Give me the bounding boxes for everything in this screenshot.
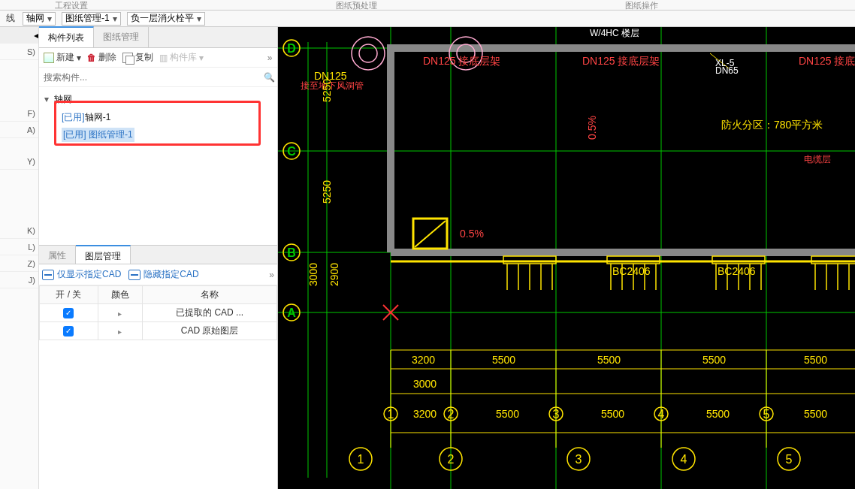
tab-properties[interactable]: 属性 bbox=[39, 246, 76, 264]
selector-toolbar: 线 轴网 ▾ 图纸管理-1 ▾ 负一层消火栓平 ▾ bbox=[0, 11, 855, 27]
hide-cad-button[interactable]: 隐藏指定CAD bbox=[128, 268, 198, 281]
show-cad-label: 仅显示指定CAD bbox=[57, 268, 121, 281]
bc-label: BC2406 bbox=[612, 265, 651, 277]
new-icon bbox=[44, 53, 54, 63]
tab-drawing-mgmt[interactable]: 图纸管理 bbox=[94, 27, 149, 47]
search-icon[interactable]: 🔍 bbox=[261, 72, 277, 83]
cad-canvas[interactable]: W/4HC 楼层 DN125 接至地下风洞管 DN125 接底层架 DN125 … bbox=[278, 27, 855, 489]
checkbox-on[interactable]: ✓ bbox=[63, 308, 74, 318]
library-label: 构件库 bbox=[170, 51, 197, 64]
dim-v: 5250 bbox=[321, 79, 333, 102]
tree-node-drawing[interactable]: [已用] 图纸管理-1 bbox=[39, 127, 277, 142]
cad-text: DN125 接底层架 bbox=[799, 55, 855, 67]
grid-bubble: 4 bbox=[681, 453, 687, 466]
dim-v: 5250 bbox=[321, 180, 333, 204]
grid-bubble: 3 bbox=[553, 408, 560, 421]
tree-root[interactable]: 轴网 bbox=[54, 93, 72, 106]
col-name[interactable]: 名称 bbox=[143, 286, 277, 304]
shortcut[interactable]: Z) bbox=[0, 255, 38, 272]
component-tree[interactable]: ▾ 轴网 [已用] 轴网-1 [已用] 图纸管理-1 bbox=[39, 87, 277, 245]
ribbon-group: 图纸预处理 bbox=[285, 0, 428, 10]
layer-name: 已提取的 CAD ... bbox=[143, 304, 277, 322]
tree-label: 图纸管理-1 bbox=[89, 129, 133, 140]
expand-icon[interactable]: » bbox=[269, 270, 274, 280]
ribbon-group bbox=[143, 0, 286, 10]
grid-bubble: 4 bbox=[658, 408, 665, 421]
layer-name: CAD 原始图层 bbox=[143, 322, 277, 340]
layer-dropdown[interactable]: 负一层消火栓平 ▾ bbox=[127, 12, 205, 26]
new-label: 新建 bbox=[56, 51, 74, 64]
dim-h: 5500 bbox=[597, 354, 621, 366]
delete-button[interactable]: 🗑 删除 bbox=[87, 51, 116, 64]
library-button[interactable]: ▥ 构件库 ▾ bbox=[159, 51, 204, 64]
dim-h: 5500 bbox=[601, 408, 624, 420]
col-color[interactable]: 颜色 bbox=[98, 286, 143, 304]
copy-icon bbox=[122, 53, 133, 63]
category-dropdown[interactable]: 轴网 ▾ bbox=[23, 12, 56, 26]
tab-layer-mgmt[interactable]: 图层管理 bbox=[76, 245, 131, 264]
dim-h: 5500 bbox=[804, 408, 827, 420]
search-input[interactable] bbox=[39, 69, 261, 86]
chevron-down-icon: ▾ bbox=[197, 14, 201, 24]
col-toggle[interactable]: 开 / 关 bbox=[40, 286, 98, 304]
ribbon-group: 图纸操作 bbox=[570, 0, 713, 10]
dim-h: 5500 bbox=[496, 408, 519, 420]
layer-hide-icon bbox=[128, 270, 140, 280]
delete-icon: 🗑 bbox=[87, 53, 96, 63]
copy-button[interactable]: 复制 bbox=[122, 51, 153, 64]
tab-component-list[interactable]: 构件列表 bbox=[39, 26, 94, 47]
expand-icon[interactable]: » bbox=[267, 53, 273, 63]
shortcut[interactable]: F) bbox=[0, 105, 38, 122]
copy-label: 复制 bbox=[135, 51, 153, 64]
line-label: 线 bbox=[2, 12, 20, 25]
grid-bubble: 2 bbox=[448, 453, 455, 466]
show-cad-button[interactable]: 仅显示指定CAD bbox=[42, 268, 121, 281]
used-tag: [已用] bbox=[63, 129, 89, 140]
shortcut[interactable]: A) bbox=[0, 122, 38, 138]
dim-h: 3000 bbox=[413, 378, 437, 390]
grid-bubble: 1 bbox=[358, 453, 364, 466]
search-row: 🔍 bbox=[39, 68, 277, 87]
expand-arrow-icon[interactable]: ▸ bbox=[118, 309, 122, 318]
grid-bubble: 2 bbox=[448, 408, 455, 421]
component-panel: 构件列表 图纸管理 新建 ▾ 🗑 删除 复制 ▥ 构件库 ▾ » bbox=[39, 27, 278, 489]
shortcut[interactable]: K) bbox=[0, 222, 38, 239]
slope-label: 0.5% bbox=[586, 116, 598, 140]
shortcut[interactable]: S) bbox=[0, 44, 38, 60]
svg-point-15 bbox=[359, 44, 377, 62]
svg-point-14 bbox=[352, 37, 385, 70]
dim-h: 5500 bbox=[804, 354, 827, 366]
cad-text: W/4HC 楼层 bbox=[590, 28, 639, 38]
drawing-dropdown[interactable]: 图纸管理-1 ▾ bbox=[62, 12, 121, 26]
expand-arrow-icon[interactable]: ▸ bbox=[118, 327, 122, 336]
used-tag: [已用] bbox=[62, 111, 85, 124]
axis-label: B bbox=[287, 246, 296, 259]
layer-toolbar: 仅显示指定CAD 隐藏指定CAD » bbox=[39, 264, 277, 285]
dim-h: 5500 bbox=[702, 354, 726, 366]
collapse-icon[interactable]: ▾ bbox=[42, 94, 51, 104]
table-row[interactable]: ✓ ▸ CAD 原始图层 bbox=[40, 322, 277, 340]
left-shortcut-strip: ◂ S) F) A) Y) K) L) Z) J) bbox=[0, 27, 39, 489]
hide-cad-label: 隐藏指定CAD bbox=[144, 268, 198, 281]
checkbox-on[interactable]: ✓ bbox=[63, 326, 74, 337]
dim-h: 5500 bbox=[706, 408, 730, 420]
grid-bubble: 1 bbox=[388, 408, 394, 421]
chevron-down-icon: ▾ bbox=[77, 53, 81, 63]
tree-label: 轴网-1 bbox=[85, 111, 111, 124]
dim-h: 3200 bbox=[413, 408, 437, 420]
grid-bubble: 5 bbox=[763, 408, 770, 421]
table-row[interactable]: ✓ ▸ 已提取的 CAD ... bbox=[40, 304, 277, 322]
new-button[interactable]: 新建 ▾ bbox=[44, 51, 81, 64]
cad-text: DN125 接底层架 bbox=[582, 55, 660, 67]
shortcut[interactable]: L) bbox=[0, 239, 38, 255]
grid-bubble: 3 bbox=[576, 453, 582, 466]
library-icon: ▥ bbox=[159, 53, 168, 63]
axis-label: C bbox=[287, 145, 296, 158]
cad-text: DN125 接底层架 bbox=[423, 55, 500, 67]
tree-node-axis[interactable]: [已用] 轴网-1 bbox=[39, 110, 277, 125]
slope-label: 0.5% bbox=[460, 228, 484, 240]
chevron-down-icon: ▾ bbox=[113, 14, 117, 24]
shortcut[interactable]: J) bbox=[0, 272, 38, 288]
collapse-icon[interactable]: ◂ bbox=[0, 27, 38, 44]
shortcut[interactable]: Y) bbox=[0, 153, 38, 170]
